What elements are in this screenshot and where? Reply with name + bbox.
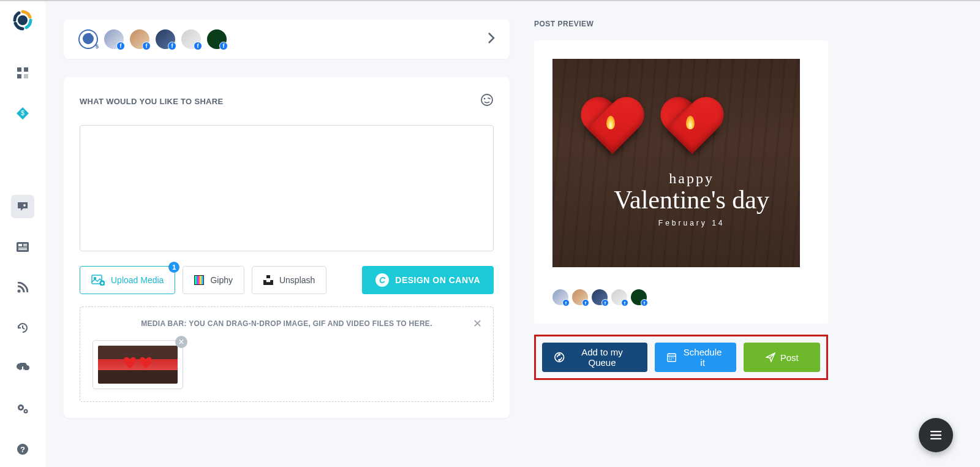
sidebar-help[interactable]: ?	[11, 438, 34, 461]
fab-menu-button[interactable]	[919, 418, 953, 452]
svg-rect-3	[17, 74, 21, 78]
sidebar-history[interactable]	[11, 316, 34, 340]
profile-avatar-3[interactable]: f	[156, 29, 175, 49]
svg-rect-1	[17, 67, 21, 72]
svg-rect-11	[18, 248, 27, 249]
svg-point-6	[23, 204, 26, 207]
queue-label: Add to my Queue	[570, 347, 635, 368]
unsplash-button[interactable]: Unsplash	[252, 266, 326, 294]
svg-rect-12	[18, 249, 27, 251]
action-panel: Add to my Queue Schedule it Post	[534, 335, 828, 380]
sidebar-settings[interactable]	[11, 397, 34, 420]
canva-icon: C	[375, 273, 389, 287]
svg-point-0	[18, 15, 28, 25]
svg-text:$: $	[21, 110, 24, 116]
sidebar-billing[interactable]: $	[11, 102, 34, 125]
sidebar-dashboard[interactable]	[11, 61, 34, 85]
preview-avatar-2[interactable]: f	[572, 289, 588, 305]
canva-label: DESIGN ON CANVA	[395, 275, 480, 285]
app-logo[interactable]	[12, 10, 33, 31]
preview-avatar-4[interactable]: f	[611, 289, 627, 305]
add-to-queue-button[interactable]: Add to my Queue	[542, 343, 647, 372]
composer-textarea[interactable]	[80, 125, 494, 251]
giphy-label: Giphy	[210, 275, 233, 285]
svg-point-13	[18, 290, 21, 293]
svg-rect-4	[24, 74, 28, 78]
profile-avatar-4[interactable]: f	[181, 29, 201, 49]
svg-point-17	[25, 411, 27, 412]
sidebar-download[interactable]	[11, 357, 34, 380]
media-bar-close-icon[interactable]: ✕	[473, 317, 482, 330]
svg-point-15	[20, 406, 22, 409]
giphy-icon	[194, 275, 204, 285]
profile-avatar-2[interactable]: f	[130, 29, 149, 49]
sidebar: $ ?	[0, 1, 45, 467]
svg-rect-2	[24, 67, 28, 72]
profile-counter-value: 5	[96, 44, 99, 50]
media-thumb-remove-icon[interactable]: ✕	[175, 336, 187, 348]
upload-media-button[interactable]: Upload Media 1	[80, 266, 175, 294]
unsplash-icon	[263, 275, 273, 285]
preview-profiles: f f f f f	[552, 289, 810, 305]
svg-rect-9	[23, 244, 27, 245]
post-button[interactable]: Post	[744, 343, 820, 372]
media-thumbnail[interactable]: ✕	[92, 340, 183, 389]
schedule-label: Schedule it	[681, 347, 725, 368]
profile-avatar-1[interactable]: f	[104, 29, 124, 49]
post-preview-card: happy Valentine's day February 14 f f f …	[534, 40, 828, 324]
composer-card: WHAT WOULD YOU LIKE TO SHARE Upload Medi…	[64, 77, 510, 418]
preview-text-line1: happy	[614, 170, 769, 187]
profile-counter[interactable]: 5	[78, 29, 98, 49]
svg-rect-10	[23, 246, 27, 247]
svg-point-20	[481, 94, 492, 105]
emoji-picker-button[interactable]	[480, 93, 494, 109]
upload-badge: 1	[168, 262, 179, 273]
preview-avatar-5[interactable]: f	[631, 289, 647, 305]
preview-text-line3: February 14	[614, 219, 769, 227]
preview-text-line2: Valentine's day	[614, 187, 769, 213]
svg-text:?: ?	[20, 445, 25, 454]
svg-rect-7	[17, 242, 29, 252]
media-bar-text: MEDIA BAR: YOU CAN DRAG-N-DROP IMAGE, GI…	[92, 319, 481, 328]
preview-avatar-1[interactable]: f	[552, 289, 568, 305]
unsplash-label: Unsplash	[279, 275, 315, 285]
profile-avatar-5[interactable]: f	[207, 29, 227, 49]
svg-point-22	[94, 278, 96, 279]
post-preview-title: POST PREVIEW	[534, 20, 828, 28]
media-bar[interactable]: MEDIA BAR: YOU CAN DRAG-N-DROP IMAGE, GI…	[80, 306, 494, 402]
upload-media-label: Upload Media	[111, 275, 164, 285]
svg-rect-8	[18, 244, 22, 246]
post-preview-image: happy Valentine's day February 14	[552, 59, 800, 267]
schedule-button[interactable]: Schedule it	[655, 343, 737, 372]
composer-title: WHAT WOULD YOU LIKE TO SHARE	[80, 97, 223, 106]
profiles-expand-icon[interactable]	[488, 32, 495, 47]
preview-avatar-3[interactable]: f	[592, 289, 608, 305]
post-label: Post	[780, 352, 799, 363]
sidebar-feed[interactable]	[11, 276, 34, 299]
profiles-selector: 5 f f f f f	[64, 20, 510, 59]
design-on-canva-button[interactable]: C DESIGN ON CANVA	[362, 266, 494, 294]
giphy-button[interactable]: Giphy	[183, 266, 244, 294]
sidebar-articles[interactable]	[11, 235, 34, 259]
sidebar-compose[interactable]	[11, 195, 34, 218]
